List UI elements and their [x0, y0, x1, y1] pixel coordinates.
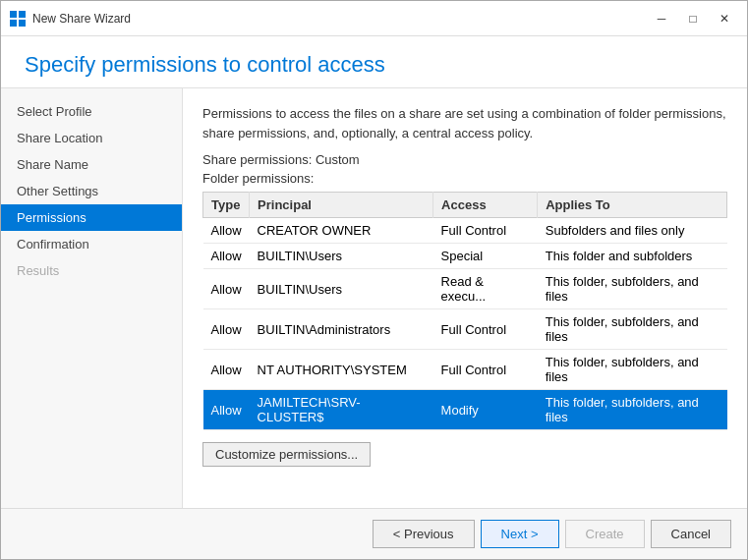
maximize-button[interactable]: □ — [678, 7, 708, 30]
page-header: Specify permissions to control access — [1, 36, 747, 88]
next-button[interactable]: Next > — [481, 520, 559, 548]
cell-principal-2: BUILTIN\Users — [250, 269, 433, 309]
window-title: New Share Wizard — [32, 12, 647, 26]
cell-type-5: Allow — [203, 390, 250, 430]
customize-permissions-button[interactable]: Customize permissions... — [202, 442, 371, 467]
cell-appliesTo-5: This folder, subfolders, and files — [538, 390, 727, 430]
window-controls: ─ □ ✕ — [647, 7, 739, 30]
footer: < Previous Next > Create Cancel — [1, 508, 747, 559]
cell-principal-4: NT AUTHORITY\SYSTEM — [250, 350, 433, 390]
previous-button[interactable]: < Previous — [373, 520, 475, 548]
sidebar-item-other-settings[interactable]: Other Settings — [1, 178, 182, 204]
sidebar-item-share-location[interactable]: Share Location — [1, 125, 182, 151]
svg-rect-1 — [19, 11, 26, 18]
main-content: Permissions to access the files on a sha… — [183, 88, 747, 508]
description-text: Permissions to access the files on a sha… — [202, 104, 727, 142]
cell-type-1: Allow — [203, 244, 250, 269]
cell-principal-3: BUILTIN\Administrators — [250, 309, 433, 350]
folder-permissions-label: Folder permissions: — [202, 171, 727, 186]
page-title: Specify permissions to control access — [25, 52, 723, 78]
sidebar-item-select-profile[interactable]: Select Profile — [1, 98, 182, 125]
cell-type-0: Allow — [203, 218, 250, 244]
cell-access-2: Read & execu... — [433, 269, 538, 309]
window: New Share Wizard ─ □ ✕ Specify permissio… — [0, 0, 748, 560]
sidebar: Select ProfileShare LocationShare NameOt… — [1, 88, 183, 508]
close-button[interactable]: ✕ — [710, 7, 739, 30]
cell-type-4: Allow — [203, 350, 250, 390]
sidebar-item-results: Results — [1, 257, 182, 284]
cell-access-5: Modify — [433, 390, 538, 430]
svg-rect-0 — [10, 11, 17, 18]
share-permissions-label: Share permissions: Custom — [202, 152, 727, 167]
cell-principal-1: BUILTIN\Users — [250, 244, 433, 269]
table-row[interactable]: AllowBUILTIN\AdministratorsFull ControlT… — [203, 309, 727, 350]
permissions-table: Type Principal Access Applies To AllowCR… — [202, 192, 727, 430]
col-type: Type — [203, 193, 250, 218]
cell-appliesTo-0: Subfolders and files only — [538, 218, 727, 244]
cell-access-4: Full Control — [433, 350, 538, 390]
cell-principal-0: CREATOR OWNER — [250, 218, 433, 244]
table-header-row: Type Principal Access Applies To — [203, 193, 727, 218]
cell-type-2: Allow — [203, 269, 250, 309]
sidebar-item-permissions[interactable]: Permissions — [1, 204, 182, 231]
cell-access-0: Full Control — [433, 218, 538, 244]
cell-access-1: Special — [433, 244, 538, 269]
table-row[interactable]: AllowJAMILTECH\SRV-CLUSTER$ModifyThis fo… — [203, 390, 727, 430]
app-icon — [9, 10, 27, 28]
col-principal: Principal — [250, 193, 433, 218]
table-row[interactable]: AllowBUILTIN\UsersSpecialThis folder and… — [203, 244, 727, 269]
content-area: Select ProfileShare LocationShare NameOt… — [1, 88, 747, 508]
table-row[interactable]: AllowNT AUTHORITY\SYSTEMFull ControlThis… — [203, 350, 727, 390]
cell-appliesTo-4: This folder, subfolders, and files — [538, 350, 727, 390]
cell-appliesTo-1: This folder and subfolders — [538, 244, 727, 269]
create-button[interactable]: Create — [565, 520, 645, 548]
sidebar-item-share-name[interactable]: Share Name — [1, 151, 182, 178]
cell-type-3: Allow — [203, 309, 250, 350]
table-row[interactable]: AllowBUILTIN\UsersRead & execu...This fo… — [203, 269, 727, 309]
cell-access-3: Full Control — [433, 309, 538, 350]
table-row[interactable]: AllowCREATOR OWNERFull ControlSubfolders… — [203, 218, 727, 244]
col-access: Access — [433, 193, 538, 218]
cell-appliesTo-3: This folder, subfolders, and files — [538, 309, 727, 350]
sidebar-item-confirmation[interactable]: Confirmation — [1, 231, 182, 257]
cancel-button[interactable]: Cancel — [651, 520, 731, 548]
svg-rect-3 — [19, 20, 26, 27]
svg-rect-2 — [10, 20, 17, 27]
minimize-button[interactable]: ─ — [647, 7, 676, 30]
title-bar: New Share Wizard ─ □ ✕ — [1, 1, 747, 36]
cell-appliesTo-2: This folder, subfolders, and files — [538, 269, 727, 309]
cell-principal-5: JAMILTECH\SRV-CLUSTER$ — [250, 390, 433, 430]
col-applies-to: Applies To — [538, 193, 727, 218]
